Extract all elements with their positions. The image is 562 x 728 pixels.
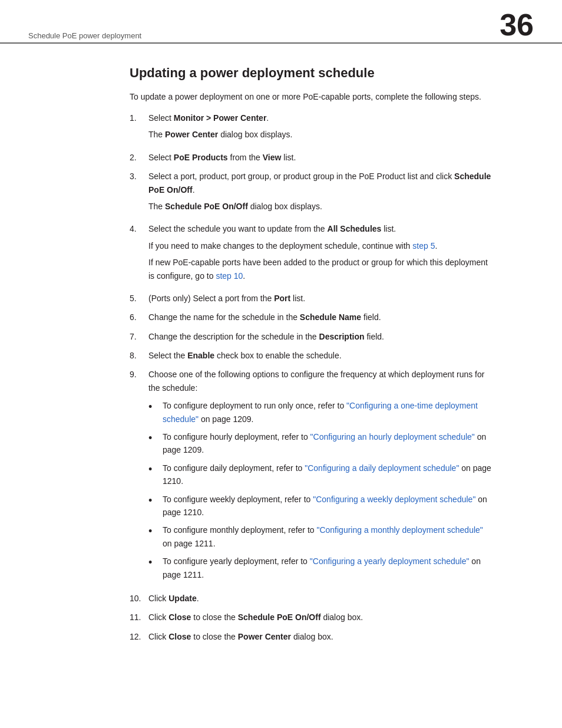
step3-bold: Schedule PoE On/Off: [148, 172, 491, 194]
bullet-dot-6: •: [148, 554, 158, 581]
step6-bold: Schedule Name: [300, 312, 361, 322]
bullet-dot-4: •: [148, 492, 158, 519]
page-title: Updating a power deployment schedule: [130, 65, 491, 82]
step-number-1: 1.: [130, 111, 148, 145]
step-item-3: 3. Select a port, product, port group, o…: [130, 170, 491, 216]
content-area: Updating a power deployment schedule To …: [0, 44, 562, 673]
step-content-12: Click Close to close the Power Center di…: [148, 630, 491, 643]
step-content-8: Select the Enable check box to enable th…: [148, 349, 491, 362]
bullet-list: • To configure deployment to run only on…: [148, 399, 491, 581]
bullet-text-2: To configure hourly deployment, refer to…: [163, 430, 491, 457]
step5-bold: Port: [274, 294, 290, 303]
bullet-dot-2: •: [148, 430, 158, 457]
step-number-6: 6.: [130, 311, 148, 324]
step-item-11: 11. Click Close to close the Schedule Po…: [130, 611, 491, 624]
bullet-dot-3: •: [148, 461, 158, 488]
bullet-link-1[interactable]: "Configuring a one-time deployment sched…: [163, 401, 478, 423]
bullet-text-5: To configure monthly deployment, refer t…: [163, 523, 491, 550]
step8-bold: Enable: [187, 351, 214, 360]
step3-note: The Schedule PoE On/Off dialog box displ…: [148, 200, 491, 213]
bullet-text-1: To configure deployment to run only once…: [163, 399, 491, 426]
page-container: Schedule PoE power deployment 36 Updatin…: [0, 0, 562, 728]
bullet-link-2[interactable]: "Configuring an hourly deployment schedu…: [310, 432, 475, 442]
step-list: 1. Select Monitor > Power Center. The Po…: [130, 111, 491, 643]
step11-bold1: Close: [168, 612, 191, 622]
bullet-item-1: • To configure deployment to run only on…: [148, 399, 491, 426]
step11-bold2: Schedule PoE On/Off: [238, 612, 321, 622]
step4-link2[interactable]: step 10: [216, 271, 243, 281]
step-content-4: Select the schedule you want to update f…: [148, 222, 491, 286]
bullet-link-6[interactable]: "Configuring a yearly deployment schedul…: [310, 556, 470, 566]
step-content-2: Select PoE Products from the View list.: [148, 151, 491, 164]
bullet-link-4[interactable]: "Configuring a weekly deployment schedul…: [313, 495, 475, 504]
bullet-link-5[interactable]: "Configuring a monthly deployment schedu…: [316, 525, 482, 535]
step-number-2: 2.: [130, 151, 148, 164]
bullet-link-3[interactable]: "Configuring a daily deployment schedule…: [305, 463, 459, 473]
bullet-item-5: • To configure monthly deployment, refer…: [148, 523, 491, 550]
step-item-9: 9. Choose one of the following options t…: [130, 368, 491, 585]
bullet-text-6: To configure yearly deployment, refer to…: [163, 555, 491, 581]
step-content-9: Choose one of the following options to c…: [148, 368, 491, 585]
step-item-6: 6. Change the name for the schedule in t…: [130, 311, 491, 324]
bullet-text-4: To configure weekly deployment, refer to…: [163, 493, 491, 519]
step-number-7: 7.: [130, 330, 148, 343]
step-number-10: 10.: [130, 592, 148, 605]
step-item-8: 8. Select the Enable check box to enable…: [130, 349, 491, 362]
step-content-3: Select a port, product, port group, or p…: [148, 170, 491, 216]
bullet-item-4: • To configure weekly deployment, refer …: [148, 493, 491, 519]
page-header: Schedule PoE power deployment 36: [0, 0, 562, 44]
step4-note2: If new PoE-capable ports have been added…: [148, 256, 491, 282]
step10-bold: Update: [168, 594, 196, 603]
step-content-7: Change the description for the schedule …: [148, 330, 491, 343]
step-number-9: 9.: [130, 368, 148, 585]
step12-bold2: Power Center: [238, 632, 291, 641]
step-number-4: 4.: [130, 222, 148, 286]
step12-bold1: Close: [168, 632, 191, 641]
step7-bold: Description: [319, 332, 365, 341]
step-content-5: (Ports only) Select a port from the Port…: [148, 292, 491, 305]
step2-bold1: PoE Products: [174, 153, 228, 162]
bullet-item-2: • To configure hourly deployment, refer …: [148, 430, 491, 457]
step-content-1: Select Monitor > Power Center. The Power…: [148, 111, 491, 145]
bullet-item-3: • To configure daily deployment, refer t…: [148, 462, 491, 488]
step-item-4: 4. Select the schedule you want to updat…: [130, 222, 491, 286]
step4-bold: All Schedules: [328, 224, 382, 233]
step-content-6: Change the name for the schedule in the …: [148, 311, 491, 324]
step1-note: The Power Center dialog box displays.: [148, 128, 491, 141]
bullet-dot-5: •: [148, 523, 158, 550]
step4-note1: If you need to make changes to the deplo…: [148, 239, 491, 252]
step-number-11: 11.: [130, 611, 148, 624]
intro-text: To update a power deployment on one or m…: [130, 90, 491, 103]
bullet-dot-1: •: [148, 398, 158, 426]
step-content-10: Click Update.: [148, 592, 491, 605]
step-item-12: 12. Click Close to close the Power Cente…: [130, 630, 491, 643]
step4-link1[interactable]: step 5: [412, 241, 435, 251]
step-item-2: 2. Select PoE Products from the View lis…: [130, 151, 491, 164]
bullet-item-6: • To configure yearly deployment, refer …: [148, 555, 491, 581]
step-number-8: 8.: [130, 349, 148, 362]
step-item-1: 1. Select Monitor > Power Center. The Po…: [130, 111, 491, 145]
step1-bold: Monitor > Power Center: [174, 113, 267, 123]
step-item-10: 10. Click Update.: [130, 592, 491, 605]
step-number-12: 12.: [130, 630, 148, 643]
step-content-11: Click Close to close the Schedule PoE On…: [148, 611, 491, 624]
step-item-5: 5. (Ports only) Select a port from the P…: [130, 292, 491, 305]
bullet-text-3: To configure daily deployment, refer to …: [163, 462, 491, 488]
step-item-7: 7. Change the description for the schedu…: [130, 330, 491, 343]
chapter-number: 36: [500, 9, 534, 40]
header-section-title: Schedule PoE power deployment: [28, 31, 141, 40]
chapter-number-area: 36: [494, 9, 534, 40]
step-number-5: 5.: [130, 292, 148, 305]
step-number-3: 3.: [130, 170, 148, 216]
step2-bold2: View: [263, 153, 282, 162]
